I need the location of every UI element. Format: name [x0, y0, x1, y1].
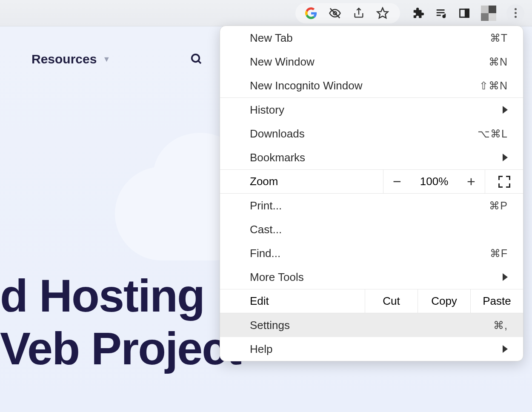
- menu-label: History: [250, 103, 284, 117]
- nav-resources[interactable]: Resources ▼: [31, 52, 110, 66]
- menu-label: New Incognito Window: [250, 79, 362, 92]
- side-panel-icon[interactable]: [458, 7, 471, 20]
- share-icon[interactable]: [352, 7, 365, 20]
- chrome-menu: New Tab ⌘T New Window ⌘N New Incognito W…: [220, 26, 523, 361]
- zoom-out-button[interactable]: −: [383, 170, 411, 193]
- zoom-in-button[interactable]: +: [458, 170, 485, 193]
- menu-new-window[interactable]: New Window ⌘N: [220, 50, 523, 74]
- menu-edit-label: Edit: [220, 289, 365, 313]
- menu-label: New Tab: [250, 31, 293, 45]
- star-icon[interactable]: [376, 7, 389, 20]
- menu-label: More Tools: [250, 271, 304, 284]
- chevron-right-icon: [503, 154, 508, 161]
- edit-copy-button[interactable]: Copy: [418, 289, 470, 313]
- svg-point-9: [192, 54, 200, 62]
- menu-downloads[interactable]: Downloads ⌥⌘L: [220, 122, 523, 146]
- svg-rect-8: [465, 9, 469, 17]
- menu-section-history: History Downloads ⌥⌘L Bookmarks: [220, 97, 523, 169]
- browser-toolbar: [0, 0, 532, 26]
- eye-off-icon[interactable]: [329, 7, 341, 20]
- svg-marker-2: [378, 8, 388, 18]
- menu-section-settings: Settings ⌘, Help: [220, 313, 523, 361]
- menu-label: New Window: [250, 55, 315, 69]
- menu-new-tab[interactable]: New Tab ⌘T: [220, 26, 523, 50]
- menu-shortcut: ⌥⌘L: [478, 128, 508, 140]
- chevron-right-icon: [503, 345, 508, 353]
- menu-shortcut: ⇧⌘N: [479, 80, 508, 92]
- omnibox-actions: [295, 3, 400, 23]
- menu-label: Bookmarks: [250, 151, 305, 164]
- menu-section-new: New Tab ⌘T New Window ⌘N New Incognito W…: [220, 26, 523, 97]
- zoom-value: 100%: [411, 170, 458, 193]
- menu-shortcut: ⌘N: [489, 56, 508, 68]
- menu-label: Cast...: [250, 223, 282, 236]
- menu-zoom-label: Zoom: [220, 170, 383, 193]
- google-icon[interactable]: [305, 7, 317, 20]
- menu-bookmarks[interactable]: Bookmarks: [220, 146, 523, 169]
- menu-history[interactable]: History: [220, 98, 523, 122]
- hero-subline: ation, or enterprise project, Kinsta: [0, 409, 229, 412]
- chevron-right-icon: [503, 273, 508, 281]
- fullscreen-icon: [498, 176, 510, 188]
- fullscreen-button[interactable]: [485, 170, 523, 193]
- nav-resources-label: Resources: [31, 52, 97, 66]
- menu-shortcut: ⌘F: [490, 247, 508, 260]
- menu-settings[interactable]: Settings ⌘,: [220, 313, 523, 337]
- svg-line-10: [198, 61, 201, 63]
- toolbar-right: [412, 4, 524, 22]
- hero-line-2: Veb Project: [0, 322, 241, 375]
- music-queue-icon[interactable]: [435, 7, 448, 20]
- menu-zoom-row: Zoom − 100% +: [220, 169, 523, 193]
- menu-print[interactable]: Print... ⌘P: [220, 194, 523, 217]
- menu-label: Downloads: [250, 127, 305, 140]
- edit-paste-button[interactable]: Paste: [470, 289, 523, 313]
- hero-line-1: d Hosting: [0, 269, 204, 322]
- menu-shortcut: ⌘P: [489, 200, 508, 212]
- caret-down-icon: ▼: [103, 55, 110, 64]
- menu-help[interactable]: Help: [220, 337, 523, 361]
- menu-label: Print...: [250, 199, 282, 212]
- menu-shortcut: ⌘,: [493, 319, 508, 332]
- site-search-icon[interactable]: [190, 53, 203, 66]
- chevron-right-icon: [503, 106, 508, 114]
- menu-button[interactable]: [506, 4, 524, 22]
- menu-section-tools: Print... ⌘P Cast... Find... ⌘F More Tool…: [220, 193, 523, 289]
- menu-more-tools[interactable]: More Tools: [220, 265, 523, 289]
- menu-find[interactable]: Find... ⌘F: [220, 241, 523, 265]
- menu-label: Find...: [250, 247, 280, 260]
- edit-cut-button[interactable]: Cut: [365, 289, 418, 313]
- menu-new-incognito[interactable]: New Incognito Window ⇧⌘N: [220, 74, 523, 97]
- menu-label: Help: [250, 343, 272, 356]
- menu-edit-row: Edit Cut Copy Paste: [220, 289, 523, 313]
- extensions-icon[interactable]: [412, 7, 425, 20]
- menu-shortcut: ⌘T: [490, 32, 508, 44]
- menu-cast[interactable]: Cast...: [220, 217, 523, 241]
- menu-label: Settings: [250, 319, 290, 332]
- profile-avatar[interactable]: [481, 6, 496, 21]
